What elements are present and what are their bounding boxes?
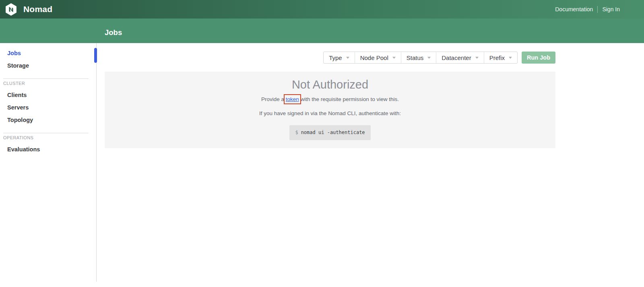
- sidebar-item-storage[interactable]: Storage: [7, 62, 93, 69]
- filter-label: Node Pool: [360, 54, 388, 61]
- sidebar-item-evaluations[interactable]: Evaluations: [7, 146, 93, 153]
- chevron-down-icon: [392, 57, 396, 59]
- jobs-toolbar: Type Node Pool Status Datacenter Prefix …: [323, 52, 555, 64]
- sidebar-divider: [96, 43, 97, 282]
- nomad-brand[interactable]: Nomad: [6, 3, 52, 16]
- page-title: Jobs: [105, 28, 122, 37]
- shell-prompt: $: [295, 130, 298, 135]
- cli-command: nomad ui -authenticate: [301, 130, 365, 135]
- topbar: Nomad Documentation Sign In: [0, 0, 644, 19]
- filter-label: Status: [407, 54, 424, 61]
- sidebar-menu: Jobs Storage CLUSTER Clients Servers Top…: [0, 43, 97, 153]
- sidebar-separator: [3, 78, 89, 79]
- sidebar-separator: [3, 133, 89, 133]
- not-authorized-title: Not Authorized: [105, 77, 555, 92]
- filter-label: Type: [329, 54, 342, 61]
- not-authorized-panel: Not Authorized Provide a token with the …: [105, 72, 555, 148]
- sidebar-scrollbar-thumb[interactable]: [94, 48, 97, 63]
- filter-dropdown-type[interactable]: Type: [324, 52, 355, 63]
- filter-dropdown-prefix[interactable]: Prefix: [484, 52, 517, 63]
- filter-group: Type Node Pool Status Datacenter Prefix: [323, 52, 518, 64]
- topbar-divider: [597, 6, 598, 13]
- filter-dropdown-status[interactable]: Status: [401, 52, 436, 63]
- chevron-down-icon: [346, 57, 349, 59]
- topbar-links: Documentation Sign In: [555, 6, 620, 13]
- nomad-logo-icon: [6, 3, 17, 16]
- sidebar-item-topology[interactable]: Topology: [7, 117, 93, 123]
- filter-label: Datacenter: [442, 54, 471, 61]
- documentation-link[interactable]: Documentation: [555, 6, 593, 12]
- sidebar-item-servers[interactable]: Servers: [7, 104, 93, 111]
- not-authorized-message: Provide a token with the requisite permi…: [105, 95, 555, 104]
- sign-in-link[interactable]: Sign In: [602, 6, 620, 12]
- cli-command-block: $nomad ui -authenticate: [289, 125, 370, 140]
- sidebar-section-cluster: CLUSTER: [3, 81, 93, 86]
- sidebar-section-operations: OPERATIONS: [3, 136, 93, 140]
- filter-dropdown-node-pool[interactable]: Node Pool: [355, 52, 401, 63]
- chevron-down-icon: [427, 57, 431, 59]
- message-prefix: Provide a: [261, 96, 286, 102]
- chevron-down-icon: [475, 57, 479, 59]
- chevron-down-icon: [509, 57, 512, 59]
- page-header: Jobs: [0, 19, 644, 43]
- filter-label: Prefix: [489, 54, 505, 61]
- brand-name: Nomad: [23, 4, 52, 14]
- filter-dropdown-datacenter[interactable]: Datacenter: [436, 52, 483, 63]
- sidebar-item-jobs[interactable]: Jobs: [7, 50, 93, 56]
- sidebar: Jobs Storage CLUSTER Clients Servers Top…: [0, 43, 97, 287]
- token-link[interactable]: token: [286, 96, 299, 102]
- run-job-button[interactable]: Run Job: [522, 52, 555, 64]
- sidebar-item-clients[interactable]: Clients: [7, 92, 93, 98]
- message-suffix: with the requisite permission to view th…: [299, 96, 399, 102]
- cli-hint-message: If you have signed in via the Nomad CLI,…: [105, 109, 555, 118]
